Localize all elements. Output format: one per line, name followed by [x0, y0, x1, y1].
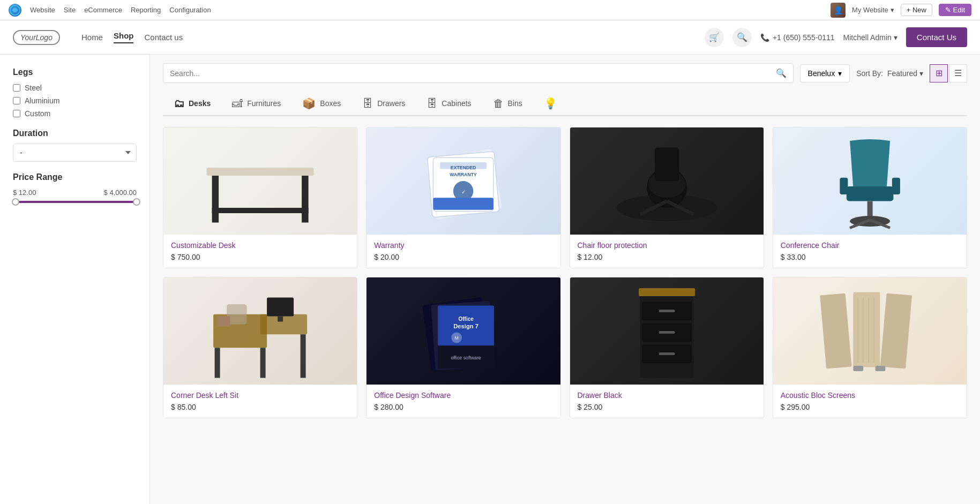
- new-button[interactable]: + New: [901, 4, 932, 16]
- my-website-dropdown[interactable]: My Website ▾: [852, 6, 894, 14]
- logo-area[interactable]: YourLogo: [13, 30, 60, 45]
- product-card-3[interactable]: Conference Chair $ 33.00: [773, 127, 967, 268]
- cabinets-icon: 🗄: [427, 97, 437, 110]
- desks-icon: 🗂: [174, 97, 184, 110]
- price-max-label: $ 4,000.00: [104, 189, 137, 197]
- cabinets-label: Cabinets: [442, 99, 471, 108]
- furnitures-icon: 🛋: [232, 97, 243, 110]
- chevron-down-icon: ▾: [891, 6, 894, 14]
- admin-nav-configuration[interactable]: Configuration: [169, 6, 211, 14]
- sort-by-label: Sort By:: [856, 69, 883, 78]
- cat-tab-bins[interactable]: 🗑 Bins: [482, 92, 533, 116]
- legs-custom-checkbox[interactable]: [13, 110, 20, 117]
- product-name-1: Warranty: [374, 241, 552, 250]
- product-image-2: [570, 127, 764, 235]
- edit-button[interactable]: ✎ Edit: [939, 4, 971, 16]
- legs-custom-label: Custom: [25, 109, 50, 118]
- svg-text:WARRANTY: WARRANTY: [450, 172, 477, 177]
- product-card-4[interactable]: Corner Desk Left Sit $ 85.00: [163, 277, 357, 418]
- cat-tab-cabinets[interactable]: 🗄 Cabinets: [416, 92, 482, 116]
- product-name-2: Chair floor protection: [578, 241, 756, 250]
- product-info-6: Drawer Black $ 25.00: [570, 385, 764, 418]
- product-price-5: $ 280.00: [374, 403, 552, 411]
- search-box: 🔍: [163, 63, 794, 83]
- nav-contact[interactable]: Contact us: [144, 33, 183, 42]
- product-info-0: Customizable Desk $ 750.00: [163, 235, 357, 268]
- benelux-dropdown[interactable]: Benelux ▾: [800, 64, 850, 82]
- svg-rect-40: [301, 334, 306, 378]
- product-card-5[interactable]: Office Design 7 M office software Office…: [366, 277, 560, 418]
- legs-custom-item[interactable]: Custom: [13, 109, 137, 118]
- cat-tab-boxes[interactable]: 📦 Boxes: [291, 92, 351, 116]
- product-grid: Customizable Desk $ 750.00 EXTENDED W: [163, 127, 967, 418]
- boxes-icon: 📦: [302, 97, 316, 110]
- product-name-5: Office Design Software: [374, 391, 552, 400]
- search-input[interactable]: [170, 69, 772, 78]
- product-card-6[interactable]: Drawer Black $ 25.00: [570, 277, 764, 418]
- cat-tab-lamp[interactable]: 💡: [533, 92, 568, 116]
- contact-us-button[interactable]: Contact Us: [906, 27, 967, 47]
- admin-nav-reporting[interactable]: Reporting: [131, 6, 161, 14]
- view-toggle: ⊞ ☰: [930, 64, 967, 82]
- cat-tab-furnitures[interactable]: 🛋 Furnitures: [221, 92, 291, 116]
- phone-icon: 📞: [760, 33, 769, 42]
- sidebar: Legs Steel Aluminium Custom Duration: [0, 55, 150, 504]
- product-price-2: $ 12.00: [578, 253, 756, 261]
- svg-rect-3: [212, 176, 219, 223]
- avatar[interactable]: 👤: [831, 3, 846, 18]
- svg-rect-23: [847, 186, 894, 201]
- phone-number: +1 (650) 555-0111: [773, 33, 835, 42]
- range-handle-min[interactable]: [12, 198, 19, 206]
- featured-chevron-icon: ▾: [919, 69, 923, 78]
- list-view-button[interactable]: ☰: [949, 64, 967, 82]
- product-price-0: $ 750.00: [171, 253, 349, 261]
- bins-label: Bins: [508, 99, 522, 108]
- grid-view-button[interactable]: ⊞: [930, 64, 948, 82]
- svg-rect-33: [260, 314, 308, 335]
- legs-steel-item[interactable]: Steel: [13, 84, 137, 92]
- admin-nav-website[interactable]: Website: [30, 6, 55, 14]
- boxes-label: Boxes: [320, 99, 341, 108]
- svg-rect-61: [880, 293, 911, 368]
- legs-aluminium-item[interactable]: Aluminium: [13, 96, 137, 105]
- legs-checkboxes: Steel Aluminium Custom: [13, 84, 137, 118]
- product-info-1: Warranty $ 20.00: [366, 235, 560, 268]
- svg-rect-56: [659, 310, 675, 312]
- admin-nav-ecommerce[interactable]: eCommerce: [84, 6, 122, 14]
- product-info-3: Conference Chair $ 33.00: [773, 235, 967, 268]
- product-image-3: [773, 127, 967, 235]
- product-card-7[interactable]: Acoustic Bloc Screens $ 295.00: [773, 277, 967, 418]
- product-card-2[interactable]: Chair floor protection $ 12.00: [570, 127, 764, 268]
- featured-sort-dropdown[interactable]: Featured ▾: [887, 69, 923, 78]
- svg-rect-37: [216, 317, 230, 327]
- legs-aluminium-checkbox[interactable]: [13, 97, 20, 104]
- odoo-logo: [9, 4, 21, 17]
- search-icon-button[interactable]: 🔍: [732, 28, 752, 47]
- price-min-label: $ 12.00: [13, 189, 36, 197]
- legs-steel-checkbox[interactable]: [13, 84, 20, 92]
- search-submit-icon[interactable]: 🔍: [776, 68, 787, 78]
- product-card-1[interactable]: EXTENDED WARRANTY ✓ Warranty $ 20.00: [366, 127, 560, 268]
- cat-tab-desks[interactable]: 🗂 Desks: [163, 92, 221, 116]
- duration-title: Duration: [13, 129, 137, 138]
- svg-rect-59: [820, 293, 851, 368]
- benelux-label: Benelux: [808, 69, 835, 78]
- nav-shop[interactable]: Shop: [114, 31, 134, 43]
- main-menu: Home Shop Contact us: [81, 31, 183, 43]
- cat-tab-drawers[interactable]: 🗄 Drawers: [351, 92, 416, 116]
- svg-rect-30: [840, 178, 848, 194]
- admin-nav: Website Site eCommerce Reporting Configu…: [30, 6, 211, 14]
- product-name-7: Acoustic Bloc Screens: [781, 391, 959, 400]
- product-card-0[interactable]: Customizable Desk $ 750.00: [163, 127, 357, 268]
- range-handle-max[interactable]: [133, 198, 140, 206]
- price-range-section: Price Range $ 12.00 $ 4,000.00: [13, 172, 137, 203]
- admin-nav-site[interactable]: Site: [64, 6, 76, 14]
- svg-text:Office: Office: [459, 316, 474, 322]
- duration-select[interactable]: -: [13, 144, 137, 162]
- nav-home[interactable]: Home: [81, 33, 103, 42]
- svg-rect-39: [260, 348, 266, 378]
- cart-icon-button[interactable]: 🛒: [705, 28, 724, 47]
- user-dropdown[interactable]: Mitchell Admin ▾: [843, 33, 897, 42]
- logo: YourLogo: [13, 30, 60, 45]
- benelux-chevron-icon: ▾: [838, 69, 842, 78]
